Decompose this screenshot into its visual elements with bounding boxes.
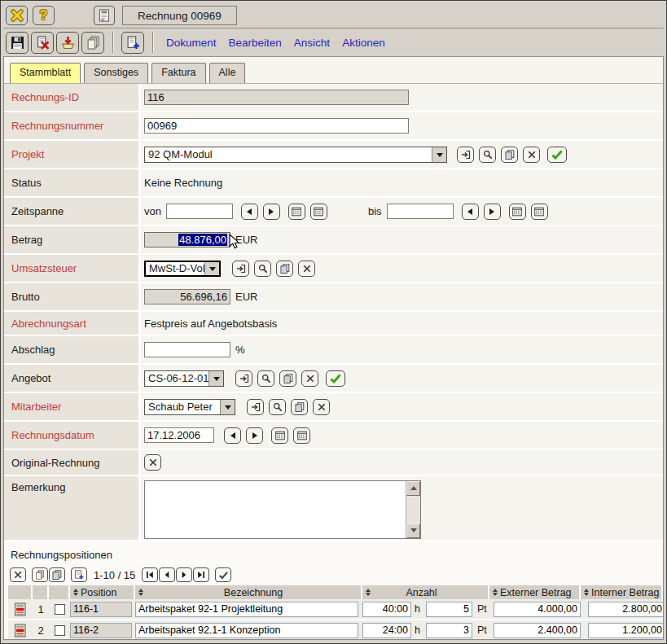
sort-icon[interactable] (584, 586, 589, 598)
angebot-confirm-button[interactable] (326, 370, 345, 387)
positions-prev-page-button[interactable] (159, 567, 175, 582)
header-externer-betrag[interactable]: Externer Betrag (489, 585, 581, 599)
rechnungsdatum-next-day-button[interactable] (246, 427, 263, 444)
hours-field[interactable] (362, 623, 411, 638)
projekt-clear-button[interactable] (523, 147, 540, 163)
externer-betrag-field[interactable] (494, 623, 581, 638)
positions-new-button[interactable] (71, 567, 87, 582)
row-checkbox[interactable] (55, 604, 65, 615)
rechnungsdatum-calendar-button[interactable] (271, 427, 288, 444)
row-checkbox[interactable] (55, 625, 65, 636)
rechnungs-id-field[interactable] (144, 90, 409, 105)
position-field[interactable] (70, 602, 132, 617)
hours-field[interactable] (362, 602, 411, 617)
bemerkung-field[interactable] (144, 480, 421, 539)
document-type-button[interactable] (94, 6, 115, 25)
von-field[interactable] (166, 204, 233, 219)
bezeichnung-field[interactable] (135, 602, 358, 617)
points-field[interactable] (426, 602, 472, 617)
tab-sonstiges[interactable]: Sonstiges (84, 63, 148, 83)
sort-icon[interactable] (493, 586, 498, 598)
chevron-down-icon[interactable] (220, 400, 235, 414)
von-calendar-button[interactable] (288, 204, 305, 220)
chevron-down-icon[interactable] (204, 262, 219, 275)
positions-next-page-button[interactable] (176, 567, 192, 582)
projekt-confirm-button[interactable] (547, 147, 567, 163)
close-button[interactable] (6, 6, 28, 25)
von-calendar-alt-button[interactable] (310, 204, 327, 220)
von-prev-day-button[interactable] (241, 204, 258, 220)
brutto-field[interactable] (144, 289, 230, 304)
bis-calendar-button[interactable] (509, 204, 526, 220)
positions-first-page-button[interactable] (142, 567, 158, 582)
original-rechnung-clear-button[interactable] (144, 454, 161, 471)
header-position[interactable]: Position (70, 585, 135, 599)
interner-betrag-field[interactable] (588, 623, 664, 638)
angebot-copy-button[interactable] (279, 370, 296, 387)
help-button[interactable]: ? (33, 6, 55, 25)
positions-duplicate-button[interactable] (32, 567, 48, 582)
save-button[interactable] (6, 32, 29, 54)
position-row-icon[interactable] (14, 602, 27, 616)
new-document-button[interactable] (121, 32, 144, 54)
betrag-field[interactable]: 48.876,00 (144, 232, 230, 248)
interner-betrag-field[interactable] (588, 602, 664, 617)
delete-button[interactable] (31, 32, 54, 54)
positions-delete-button[interactable] (10, 567, 26, 582)
export-button[interactable] (56, 32, 79, 54)
positions-last-page-button[interactable] (193, 567, 209, 582)
mitarbeiter-search-button[interactable] (269, 399, 286, 415)
mitarbeiter-clear-button[interactable] (313, 399, 330, 415)
bis-field[interactable] (387, 204, 454, 219)
header-interner-betrag[interactable]: Interner Betrag (581, 585, 661, 599)
projekt-copy-button[interactable] (501, 147, 518, 163)
angebot-goto-button[interactable] (235, 370, 252, 387)
menu-dokument[interactable]: Dokument (166, 37, 217, 49)
umsatzsteuer-search-button[interactable] (254, 261, 271, 277)
points-field[interactable] (426, 623, 472, 638)
tab-faktura[interactable]: Faktura (151, 63, 205, 83)
rechnungsnummer-field[interactable] (144, 118, 409, 134)
position-field[interactable] (70, 623, 132, 638)
projekt-search-button[interactable] (479, 147, 496, 163)
chevron-down-icon[interactable] (208, 371, 223, 386)
mitarbeiter-goto-button[interactable] (247, 399, 264, 415)
rechnungsdatum-prev-day-button[interactable] (224, 427, 241, 444)
bis-prev-day-button[interactable] (462, 204, 479, 220)
menu-bearbeiten[interactable]: Bearbeiten (229, 37, 282, 49)
positions-apply-button[interactable] (215, 567, 231, 582)
menu-ansicht[interactable]: Ansicht (294, 37, 330, 49)
copy-button[interactable] (81, 32, 104, 54)
scroll-up-icon[interactable] (406, 481, 420, 496)
umsatzsteuer-goto-button[interactable] (232, 261, 249, 277)
bis-calendar-alt-button[interactable] (531, 204, 548, 220)
rechnungsdatum-calendar-alt-button[interactable] (293, 427, 310, 444)
von-next-day-button[interactable] (263, 204, 280, 220)
menu-aktionen[interactable]: Aktionen (342, 37, 385, 49)
tab-alle[interactable]: Alle (209, 63, 246, 83)
projekt-goto-button[interactable] (457, 147, 474, 163)
positions-copy-button[interactable] (49, 567, 65, 582)
projekt-select[interactable]: 92 QM-Modul (144, 147, 447, 163)
position-row-icon[interactable] (14, 624, 27, 637)
header-bezeichnung[interactable]: Bezeichnung (135, 585, 362, 599)
mitarbeiter-select[interactable]: Schaub Peter (144, 399, 235, 415)
sort-icon[interactable] (138, 586, 143, 598)
umsatzsteuer-copy-button[interactable] (276, 261, 293, 277)
rechnungsdatum-field[interactable] (144, 427, 214, 443)
sort-icon[interactable] (73, 586, 78, 598)
angebot-select[interactable]: CS-06-12-01 (144, 370, 224, 387)
chevron-down-icon[interactable] (432, 147, 446, 162)
tab-stammblatt[interactable]: Stammblatt (10, 63, 81, 83)
angebot-clear-button[interactable] (301, 370, 318, 387)
header-anzahl[interactable]: Anzahl (362, 585, 489, 599)
scroll-down-icon[interactable] (406, 524, 420, 538)
externer-betrag-field[interactable] (494, 602, 581, 617)
bemerkung-scrollbar[interactable] (406, 481, 420, 538)
bis-next-day-button[interactable] (484, 204, 501, 220)
abschlag-field[interactable] (144, 342, 230, 357)
angebot-search-button[interactable] (257, 370, 274, 387)
umsatzsteuer-select[interactable]: MwSt-D-Voll (144, 261, 221, 277)
bemerkung-text[interactable] (145, 481, 406, 538)
umsatzsteuer-clear-button[interactable] (298, 261, 315, 277)
